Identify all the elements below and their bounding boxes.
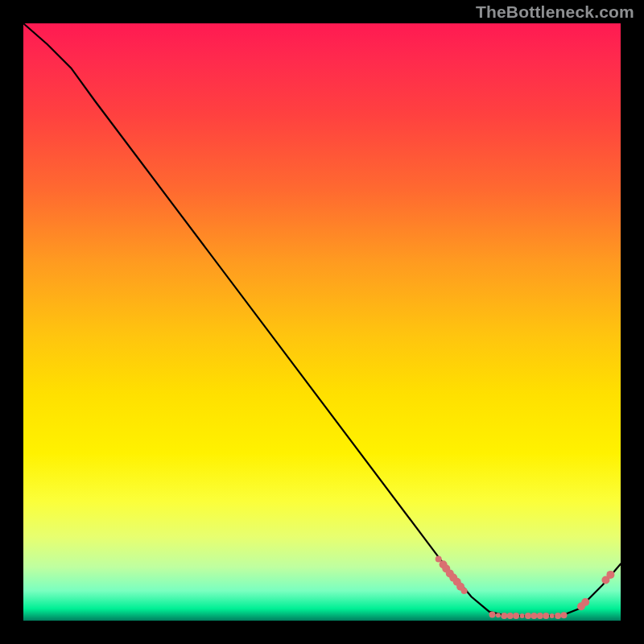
- curve-markers: [436, 556, 615, 620]
- curve-marker: [606, 571, 614, 579]
- curve-marker: [520, 613, 525, 618]
- curve-marker: [537, 613, 543, 619]
- curve-marker: [550, 613, 555, 618]
- curve-marker: [496, 613, 501, 617]
- curve-marker: [530, 613, 537, 619]
- curve-layer: [23, 23, 621, 621]
- curve-marker: [513, 613, 519, 619]
- plot-area: [23, 23, 621, 621]
- bottleneck-curve: [23, 23, 621, 616]
- curve-marker: [507, 613, 514, 619]
- curve-marker: [501, 613, 507, 619]
- curve-marker: [581, 598, 589, 606]
- curve-marker: [461, 588, 468, 594]
- curve-marker: [543, 613, 549, 619]
- curve-marker: [561, 612, 568, 618]
- curve-marker: [489, 612, 496, 618]
- curve-marker: [525, 613, 531, 619]
- chart-stage: TheBottleneck.com: [0, 0, 644, 644]
- watermark-text: TheBottleneck.com: [476, 2, 634, 22]
- curve-marker: [555, 613, 561, 619]
